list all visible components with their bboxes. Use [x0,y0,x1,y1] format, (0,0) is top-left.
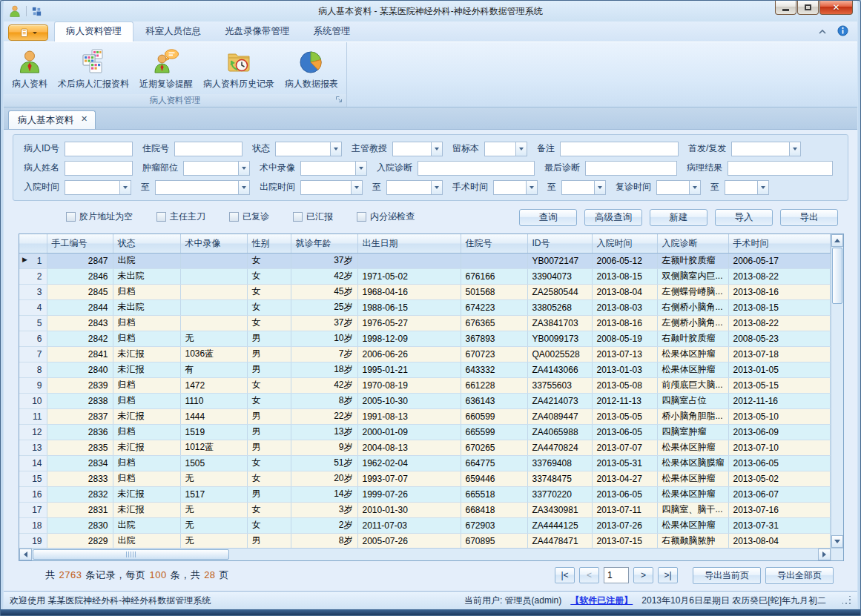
info-icon[interactable] [837,25,848,39]
column-header-surgery-time[interactable]: 手术时间 [728,234,831,253]
table-row[interactable]: 142834归档1505女51岁1962-02-0466477533769408… [19,455,831,471]
table-cell[interactable]: 7岁 [291,346,357,362]
table-cell[interactable]: 松果体区脑膜瘤 [657,455,728,471]
dropdown-arrow-icon[interactable] [515,142,527,156]
table-cell[interactable]: ZA4478471 [527,533,592,548]
table-cell[interactable]: 四脑室、脑干... [657,502,728,517]
column-header-row-num[interactable] [19,234,47,253]
table-cell[interactable]: 2832 [47,486,113,502]
ribbon-button-postop-report[interactable]: 术后病人汇报资料 [53,44,134,92]
scroll-right-icon[interactable] [818,549,831,560]
table-cell[interactable]: 2013-08-16 [592,315,657,331]
table-cell[interactable]: 2013-07-26 [592,517,657,533]
table-cell[interactable]: 2012-11-13 [592,393,657,408]
table-cell[interactable]: 出院 [113,533,180,548]
table-cell[interactable]: 37岁 [291,253,357,268]
table-cell[interactable]: 1970-08-19 [357,377,461,393]
table-row[interactable]: 192829出院无男8岁2005-07-26670895ZA4478471201… [19,533,831,548]
table-cell[interactable]: ZA3841703 [527,315,592,331]
ribbon-tab-disc-tape-management[interactable]: 光盘录像带管理 [213,21,302,42]
table-row[interactable]: 102838归档1110女8岁2005-10-30636143ZA4214073… [19,393,831,408]
filter-select-admit-time-to[interactable] [155,180,250,195]
table-cell[interactable]: 643332 [461,362,527,377]
table-cell[interactable]: 670895 [461,533,527,548]
table-cell[interactable]: 女 [247,299,291,315]
table-cell[interactable]: 672903 [461,517,527,533]
row-number-cell[interactable]: 6 [19,331,47,346]
row-number-cell[interactable]: 16 [19,486,47,502]
filter-select-specimen[interactable] [484,142,527,156]
table-cell[interactable]: 2013-07-16 [728,502,831,517]
table-cell[interactable]: 2岁 [291,517,357,533]
table-cell[interactable]: 2829 [47,533,113,548]
table-cell[interactable]: 2013-08-22 [728,268,831,284]
filter-select-first-or-relapse[interactable] [731,142,801,156]
column-header-id-no[interactable]: ID号 [527,234,592,253]
dropdown-arrow-icon[interactable] [330,142,341,156]
filter-select-followup-time-to[interactable] [725,180,769,195]
table-cell[interactable]: 18岁 [291,362,357,377]
table-cell[interactable]: 2013-04-27 [592,471,657,486]
table-cell[interactable]: 右颞叶胶质瘤 [657,331,728,346]
table-cell[interactable]: 男 [247,486,291,502]
row-number-cell[interactable]: 11 [19,408,47,424]
row-number-cell[interactable]: 3 [19,284,47,299]
filter-select-admit-time-from[interactable] [65,180,131,195]
table-row[interactable]: 112837未汇报1444男22岁1991-08-13660599ZA40894… [19,408,831,424]
table-cell[interactable] [180,253,247,268]
table-cell[interactable]: 20岁 [291,471,357,486]
table-cell[interactable]: 2013-01-03 [592,362,657,377]
table-cell[interactable]: 男 [247,533,291,548]
table-cell[interactable]: 2013-08-03 [592,299,657,315]
table-row[interactable]: ▶12847出院女37岁YB00721472006-05-12左额叶胶质瘤200… [19,253,831,268]
column-header-gender[interactable]: 性别 [247,234,291,253]
column-header-manual-no[interactable]: 手工编号 [47,234,113,253]
registered-badge[interactable]: 【软件已注册】 [570,595,633,607]
table-cell[interactable]: 松果体区肿瘤 [657,362,728,377]
table-cell[interactable]: 2010-01-30 [357,502,461,517]
table-cell[interactable]: 双侧脑室内巨... [657,268,728,284]
checkbox-endocrine-exam[interactable]: 内分泌检查 [357,211,415,223]
filter-input-admission-no[interactable] [174,142,243,156]
table-cell[interactable]: ZA4143066 [527,362,592,377]
table-cell[interactable]: 归档 [113,331,180,346]
dropdown-arrow-icon[interactable] [238,181,249,194]
dropdown-arrow-icon[interactable] [355,162,366,175]
table-cell[interactable]: 2004-08-13 [357,440,461,455]
table-cell[interactable]: 33770220 [527,486,592,502]
row-number-cell[interactable]: 8 [19,362,47,377]
table-cell[interactable]: ZA4444125 [527,517,592,533]
table-cell[interactable]: 1110 [180,393,247,408]
table-cell[interactable]: 未汇报 [113,408,180,424]
table-cell[interactable]: 无 [180,517,247,533]
row-number-cell[interactable]: 14 [19,455,47,471]
table-cell[interactable]: 2842 [47,331,113,346]
table-cell[interactable]: 2836 [47,424,113,440]
table-cell[interactable]: 2013-05-10 [728,408,831,424]
table-cell[interactable]: 1971-05-02 [357,268,461,284]
table-cell[interactable]: 670265 [461,440,527,455]
table-cell[interactable]: 670723 [461,346,527,362]
dropdown-arrow-icon[interactable] [789,142,800,156]
table-cell[interactable]: 2013-06-05 [592,424,657,440]
table-cell[interactable]: 33755603 [527,377,592,393]
checkbox-chief-surgeon[interactable]: 主任主刀 [156,211,205,223]
table-cell[interactable]: 归档 [113,393,180,408]
table-cell[interactable]: 2845 [47,284,113,299]
filter-select-discharge-time-to[interactable] [386,180,443,195]
table-cell[interactable]: 1012蓝 [180,440,247,455]
table-cell[interactable]: 2835 [47,440,113,455]
column-header-admit-time[interactable]: 入院时间 [592,234,657,253]
row-number-cell[interactable]: 19 [19,533,47,548]
dropdown-arrow-icon[interactable] [431,181,442,194]
table-cell[interactable]: 未出院 [113,268,180,284]
table-cell[interactable]: 归档 [113,284,180,299]
table-cell[interactable]: ZA3430981 [527,502,592,517]
filter-select-followup-time-from[interactable] [656,180,701,195]
row-number-cell[interactable]: 12 [19,424,47,440]
table-cell[interactable]: YB0099173 [527,331,592,346]
table-cell[interactable]: 1995-01-21 [357,362,461,377]
table-cell[interactable]: QA0025528 [527,346,592,362]
table-cell[interactable]: 松果体区肿瘤 [657,471,728,486]
table-cell[interactable]: 前颅底巨大脑... [657,377,728,393]
